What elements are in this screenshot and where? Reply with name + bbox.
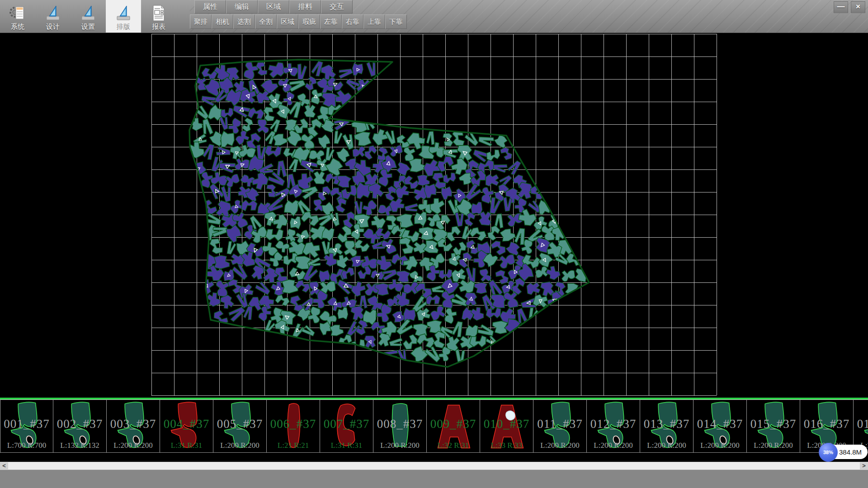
part-counts-label: L:200 R:200 — [107, 441, 160, 450]
part-counts-label: L:200 R:200 — [373, 441, 426, 450]
window-controls: — × — [834, 1, 865, 13]
scroll-left-button[interactable]: < — [0, 462, 8, 470]
settings-icon — [80, 4, 96, 22]
progress-badge: 38% — [819, 443, 838, 462]
menu-button-interact[interactable]: 交互 — [321, 0, 353, 14]
app-button-label: 系统 — [11, 23, 24, 31]
app-button-label: 报表 — [152, 23, 165, 31]
tool-button-align-right[interactable]: 右靠 — [342, 14, 363, 29]
part-thumbnail[interactable]: 002_#37L:132 R:132 — [53, 399, 107, 453]
part-counts-label: L:31 R:31 — [320, 441, 373, 450]
part-id-label: 005_#37 — [213, 417, 266, 431]
part-id-label: 011_#37 — [533, 417, 586, 431]
app-button-design[interactable]: 设计 — [35, 0, 71, 33]
menu-button-region[interactable]: 区域 — [258, 0, 289, 14]
part-counts-label: L:200 R:200 — [747, 441, 800, 450]
tool-button-cut-all[interactable]: 全割 — [255, 14, 277, 29]
hscrollbar[interactable]: < > — [0, 462, 868, 470]
scroll-thumb[interactable] — [8, 462, 860, 469]
scroll-right-button[interactable]: > — [860, 462, 868, 470]
part-thumbnail[interactable]: 011_#37L:200 R:200 — [533, 399, 587, 453]
part-id-label: 001_#37 — [0, 417, 53, 431]
part-counts-label: L:21 R:21 — [267, 441, 320, 450]
part-id-label: 003_#37 — [107, 417, 160, 431]
part-thumbnail[interactable]: 012_#37L:200 R:200 — [587, 399, 640, 453]
top-toolbar: 系统 设计 设置 排版 — [0, 0, 868, 33]
part-id-label: 013_#37 — [640, 417, 693, 431]
app-button-system[interactable]: 系统 — [0, 0, 35, 33]
app-button-label: 排版 — [117, 23, 130, 31]
part-counts-label: L:32 R:31 — [427, 441, 480, 450]
tool-button-camera[interactable]: 相机 — [212, 14, 233, 29]
part-counts-label: L:33 R:33 — [480, 441, 533, 450]
part-id-label: 016_#37 — [800, 417, 853, 431]
tool-button-cluster-nest[interactable]: 聚排 — [190, 14, 212, 29]
layout-icon — [115, 4, 132, 22]
minimize-button[interactable]: — — [834, 1, 848, 13]
part-id-label: 014_#37 — [693, 417, 746, 431]
part-counts-label: L:200 R:200 — [640, 441, 693, 450]
part-thumbnail[interactable]: 014_#37L:200 R:200 — [693, 399, 747, 453]
tool-row: 聚排相机选割全割区域瑕疵左靠右靠上靠下靠 — [190, 14, 407, 29]
part-counts-label: L:200 R:200 — [587, 441, 640, 450]
part-thumbnail[interactable]: 010_#37L:33 R:33 — [480, 399, 533, 453]
tool-button-defect[interactable]: 瑕疵 — [298, 14, 320, 29]
parts-panel: 001_#37L:700 R:700002_#37L:132 R:132003_… — [0, 398, 868, 455]
app-button-label: 设计 — [46, 23, 60, 31]
app-mode-bar: 系统 设计 设置 排版 — [0, 0, 176, 33]
part-id-label: 008_#37 — [373, 417, 426, 431]
part-thumbnail[interactable]: 003_#37L:200 R:200 — [107, 399, 160, 453]
tool-button-align-left[interactable]: 左靠 — [320, 14, 342, 29]
design-icon — [45, 4, 61, 22]
tool-button-align-bottom[interactable]: 下靠 — [385, 14, 407, 29]
part-counts-label: L:200 R:200 — [213, 441, 266, 450]
memory-value: 384.8M — [839, 448, 862, 456]
part-counts-label: L:200 R:200 — [693, 441, 746, 450]
tool-button-align-top[interactable]: 上靠 — [363, 14, 385, 29]
part-id-label: 015_#37 — [747, 417, 800, 431]
part-thumbnail[interactable]: 015_#37L:200 R:200 — [747, 399, 800, 453]
tool-button-select-cut[interactable]: 选割 — [233, 14, 255, 29]
menu-area: 属性编辑区域排料交互 聚排相机选割全割区域瑕疵左靠右靠上靠下靠 — [190, 0, 868, 33]
part-counts-label: L:200 R:200 — [533, 441, 586, 450]
part-id-label: 002_#37 — [53, 417, 106, 431]
menu-button-nesting[interactable]: 排料 — [289, 0, 321, 14]
part-id-label: 006_#37 — [267, 417, 320, 431]
app-button-report[interactable]: 报表 — [141, 0, 176, 33]
menu-row: 属性编辑区域排料交互 — [194, 0, 353, 14]
part-counts-label: L:31 R:31 — [160, 441, 213, 450]
close-button[interactable]: × — [851, 1, 865, 13]
part-thumbnail[interactable]: 007_#37L:31 R:31 — [320, 399, 373, 453]
part-id-label: 010_#37 — [480, 417, 533, 431]
part-id-label: 012_#37 — [587, 417, 640, 431]
part-id-label: 007_#37 — [320, 417, 373, 431]
memory-indicator: 38% 384.8M — [821, 445, 868, 459]
tool-button-region[interactable]: 区域 — [277, 14, 298, 29]
part-counts-label: L:700 R:700 — [0, 441, 53, 450]
part-thumbnail[interactable]: 004_#37L:31 R:31 — [160, 399, 213, 453]
part-thumbnail[interactable]: 008_#37L:200 R:200 — [373, 399, 427, 453]
app-button-settings[interactable]: 设置 — [71, 0, 106, 33]
part-counts-label: L:132 R:132 — [53, 441, 106, 450]
status-bar — [0, 470, 868, 488]
report-icon — [151, 4, 167, 22]
part-thumbnail[interactable]: 009_#37L:32 R:31 — [427, 399, 480, 453]
part-id-label: 009_#37 — [427, 417, 480, 431]
menu-button-edit[interactable]: 编辑 — [226, 0, 258, 14]
part-id-label: 004_#37 — [160, 417, 213, 431]
menu-button-properties[interactable]: 属性 — [194, 0, 226, 14]
part-thumbnail[interactable]: 013_#37L:200 R:200 — [640, 399, 693, 453]
part-id-label: 017_#37 — [854, 417, 868, 431]
part-thumbnail[interactable]: 005_#37L:200 R:200 — [213, 399, 267, 453]
app-button-label: 设置 — [81, 23, 95, 31]
system-icon — [9, 4, 26, 22]
app-button-layout[interactable]: 排版 — [106, 0, 141, 33]
part-thumbnail[interactable]: 006_#37L:21 R:21 — [267, 399, 320, 453]
part-thumbnail[interactable]: 001_#37L:700 R:700 — [0, 399, 53, 453]
